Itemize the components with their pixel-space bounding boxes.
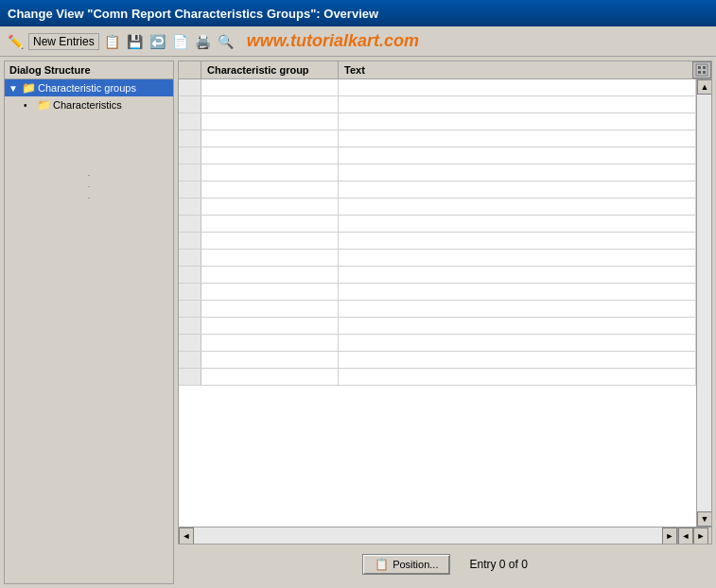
- row-number: [179, 96, 201, 112]
- watermark: www.tutorialkart.com: [247, 31, 419, 51]
- svg-rect-4: [703, 71, 706, 74]
- print-icon: 🖨️: [194, 32, 213, 51]
- edit-icon: ✏️: [6, 32, 25, 51]
- position-button-label: Position...: [393, 559, 438, 570]
- table-row[interactable]: [179, 164, 696, 182]
- scroll-right2-button[interactable]: ►: [693, 527, 708, 545]
- cell-char-group[interactable]: [201, 182, 339, 198]
- cell-text[interactable]: [339, 352, 696, 368]
- cell-text[interactable]: [339, 318, 696, 334]
- copy-icon: 📋: [103, 32, 122, 51]
- table-row[interactable]: [179, 199, 696, 216]
- table-row[interactable]: [179, 369, 696, 386]
- cell-char-group[interactable]: [201, 79, 339, 95]
- scroll-track-vertical: [697, 95, 711, 511]
- scroll-track-horizontal: [194, 527, 662, 544]
- print-icon-toolbar[interactable]: 🖨️: [194, 32, 213, 51]
- table-row[interactable]: [179, 301, 696, 318]
- expand-child-icon: •: [24, 100, 35, 111]
- new-entries-button[interactable]: New Entries: [28, 33, 99, 50]
- table-row[interactable]: [179, 182, 696, 199]
- cell-char-group[interactable]: [201, 164, 339, 181]
- scroll-down-button[interactable]: ▼: [697, 511, 711, 527]
- cell-text[interactable]: [339, 267, 696, 283]
- sidebar-item-characteristic-groups[interactable]: ▼ 📁 Characteristic groups: [5, 79, 173, 96]
- cell-char-group[interactable]: [201, 147, 339, 164]
- cell-char-group[interactable]: [201, 216, 339, 232]
- nav-icon-toolbar[interactable]: 📄: [171, 32, 190, 51]
- find-icon-toolbar[interactable]: 🔍: [217, 32, 236, 51]
- table-row[interactable]: [179, 79, 696, 96]
- cell-text[interactable]: [339, 301, 696, 317]
- cell-text[interactable]: [339, 147, 696, 164]
- cell-char-group[interactable]: [201, 250, 339, 266]
- cell-text[interactable]: [339, 164, 696, 181]
- scroll-left2-button[interactable]: ◄: [678, 527, 693, 545]
- find-icon: 🔍: [217, 32, 236, 51]
- cell-char-group[interactable]: [201, 284, 339, 300]
- cell-text[interactable]: [339, 182, 696, 198]
- row-number: [179, 199, 201, 215]
- row-number: [179, 130, 201, 147]
- svg-rect-2: [703, 66, 706, 69]
- cell-text[interactable]: [339, 130, 696, 147]
- cell-text[interactable]: [339, 199, 696, 215]
- row-number: [179, 216, 201, 232]
- cell-char-group[interactable]: [201, 199, 339, 215]
- table-with-scroll: ▲ ▼: [179, 79, 711, 527]
- scroll-up-button[interactable]: ▲: [697, 79, 711, 95]
- row-number: [179, 182, 201, 198]
- cell-text[interactable]: [339, 113, 696, 130]
- horizontal-scrollbar[interactable]: ◄ ► ◄ ►: [179, 527, 711, 544]
- cell-char-group[interactable]: [201, 130, 339, 147]
- row-number: [179, 164, 201, 181]
- scroll-left-button[interactable]: ◄: [179, 527, 194, 545]
- collapse-handle[interactable]: ···: [88, 170, 91, 202]
- vertical-scrollbar[interactable]: ▲ ▼: [696, 79, 711, 527]
- table-row[interactable]: [179, 130, 696, 147]
- table-row[interactable]: [179, 318, 696, 335]
- edit-icon-toolbar[interactable]: ✏️: [6, 32, 25, 51]
- cell-text[interactable]: [339, 233, 696, 249]
- table-row[interactable]: [179, 250, 696, 267]
- cell-char-group[interactable]: [201, 369, 339, 385]
- cell-text[interactable]: [339, 250, 696, 266]
- table-row[interactable]: [179, 96, 696, 113]
- sidebar-item-characteristics[interactable]: • 📁 Characteristics: [5, 96, 173, 113]
- left-panel: Dialog Structure ▼ 📁 Characteristic grou…: [4, 61, 174, 584]
- cell-char-group[interactable]: [201, 352, 339, 368]
- cell-char-group[interactable]: [201, 96, 339, 112]
- table-row[interactable]: [179, 335, 696, 352]
- cell-text[interactable]: [339, 335, 696, 351]
- cell-char-group[interactable]: [201, 335, 339, 351]
- col-header-char-group: Characteristic group: [201, 61, 339, 78]
- svg-rect-0: [696, 64, 707, 76]
- cell-text[interactable]: [339, 369, 696, 385]
- cell-char-group[interactable]: [201, 113, 339, 130]
- save-icon: 💾: [126, 32, 145, 51]
- table-row[interactable]: [179, 147, 696, 164]
- cell-char-group[interactable]: [201, 301, 339, 317]
- save-icon-toolbar[interactable]: 💾: [126, 32, 145, 51]
- cell-char-group[interactable]: [201, 318, 339, 334]
- cell-text[interactable]: [339, 284, 696, 300]
- table-row[interactable]: [179, 113, 696, 130]
- cell-text[interactable]: [339, 96, 696, 112]
- cell-char-group[interactable]: [201, 267, 339, 283]
- entry-info: Entry 0 of 0: [469, 558, 527, 571]
- table-row[interactable]: [179, 352, 696, 369]
- position-button[interactable]: 📋 Position...: [362, 554, 450, 575]
- copy-icon-toolbar[interactable]: 📋: [103, 32, 122, 51]
- undo-icon-toolbar[interactable]: ↩️: [148, 32, 167, 51]
- table-row[interactable]: [179, 216, 696, 233]
- scroll-right-button[interactable]: ►: [662, 527, 677, 545]
- row-number: [179, 147, 201, 164]
- table-row[interactable]: [179, 233, 696, 250]
- table-row[interactable]: [179, 284, 696, 301]
- table-row[interactable]: [179, 267, 696, 284]
- row-number: [179, 352, 201, 368]
- cell-text[interactable]: [339, 216, 696, 232]
- settings-icon[interactable]: [692, 61, 711, 78]
- cell-text[interactable]: [339, 79, 696, 95]
- cell-char-group[interactable]: [201, 233, 339, 249]
